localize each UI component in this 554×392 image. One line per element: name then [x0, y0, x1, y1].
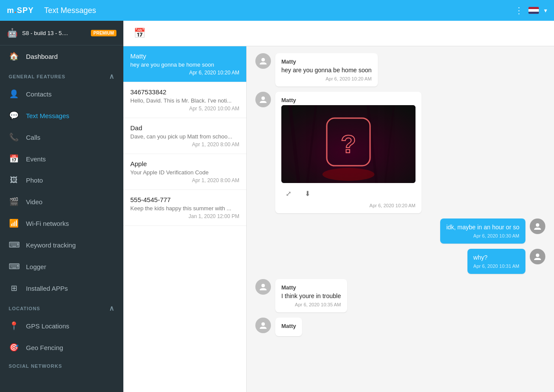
sidebar-item-label: Calls — [26, 134, 40, 141]
image-actions: ⤢ ⬇ — [281, 186, 416, 200]
sidebar-item-keyword-tracking[interactable]: ⌨ Keyword tracking — [0, 234, 123, 256]
list-item[interactable]: 3467533842 Hello, David. This is Mr. Bla… — [123, 82, 246, 118]
message-bubble: Matty hey are you gonna be home soon Apr… — [275, 53, 378, 87]
calendar-icon: 📅 — [9, 154, 19, 164]
social-networks-header: SOCIAL NETWORKS — [0, 358, 123, 371]
svg-point-13 — [261, 284, 265, 287]
sidebar-item-events[interactable]: 📅 Events — [0, 148, 123, 170]
bubble-sender: Matty — [281, 323, 296, 329]
sidebar-item-label: Installed APPs — [26, 285, 68, 292]
logo: m.SPY — [7, 6, 34, 15]
bubble-text: idk, maybe in an hour or so — [446, 224, 519, 231]
contact-name: 3467533842 — [130, 88, 239, 96]
sidebar-item-label: Text Messages — [26, 112, 69, 119]
message-bubble-outgoing: idk, maybe in an hour or so Apr 6, 2020 … — [440, 218, 525, 244]
message-preview: Dave, can you pick up Matt from schoo... — [130, 133, 239, 140]
device-name: S8 - build 13 - 5.... — [22, 30, 87, 36]
home-icon: 🏠 — [9, 51, 19, 61]
svg-point-14 — [261, 322, 265, 326]
locations-header: LOCATIONS ∧ — [0, 299, 123, 315]
sidebar-item-logger[interactable]: ⌨ Logger — [0, 256, 123, 277]
chat-message-row: Matty — [255, 318, 545, 336]
svg-text:?: ? — [341, 130, 356, 158]
contact-name: 555-4545-777 — [130, 196, 239, 203]
message-time: Jan 1, 2020 12:00 PM — [130, 213, 239, 219]
sidebar-item-calls[interactable]: 📞 Calls — [0, 126, 123, 148]
message-list: Matty hey are you gonna be home soon Apr… — [123, 46, 247, 392]
bubble-sender: Matty — [281, 58, 372, 65]
chat-message-row: Matty — [255, 92, 545, 213]
contacts-icon: 👤 — [9, 89, 19, 99]
message-image: ? ? — [281, 105, 416, 183]
list-item[interactable]: Apple Your Apple ID Verification Code Ap… — [123, 154, 246, 190]
chat-message-row-outgoing: why? Apr 6, 2020 10:31 AM — [255, 249, 545, 274]
language-flag[interactable] — [528, 7, 539, 14]
device-info[interactable]: 🤖 S8 - build 13 - 5.... PREMIUM — [0, 21, 123, 45]
sidebar-item-label: Video — [26, 198, 42, 206]
bubble-text: I think youre in trouble — [281, 292, 341, 299]
bubble-sender: Matty — [281, 97, 416, 103]
sidebar-item-gps[interactable]: 📍 GPS Locations — [0, 315, 123, 337]
page-title: Text Messages — [44, 6, 96, 15]
list-item[interactable]: 555-4545-777 Keep the kids happy this su… — [123, 190, 246, 226]
sidebar-item-text-messages[interactable]: 💬 Text Messages — [0, 105, 123, 126]
filter-calendar-icon[interactable]: 📅 — [134, 28, 145, 39]
sidebar-item-label: Photo — [26, 177, 43, 184]
avatar — [530, 218, 545, 234]
message-preview: Keep the kids happy this summer with ... — [130, 205, 239, 212]
avatar — [255, 92, 271, 107]
sidebar-item-label: Events — [26, 155, 46, 163]
bubble-time: Apr 6, 2020 10:35 AM — [281, 302, 341, 307]
topbar-right: ⋮ ▾ — [515, 5, 547, 16]
premium-badge: PREMIUM — [91, 30, 116, 36]
message-preview: Your Apple ID Verification Code — [130, 169, 239, 176]
avatar — [255, 53, 271, 69]
sidebar-item-label: Logger — [26, 263, 46, 270]
svg-point-11 — [536, 223, 539, 227]
main-container: 🤖 S8 - build 13 - 5.... PREMIUM 🏠 Dashbo… — [0, 21, 554, 392]
sidebar-item-dashboard[interactable]: 🏠 Dashboard — [0, 45, 123, 67]
list-item[interactable]: Matty hey are you gonna be home soon Apr… — [123, 46, 246, 82]
message-time: Apr 1, 2020 8:00 AM — [130, 141, 239, 148]
chat-message-row-outgoing: idk, maybe in an hour or so Apr 6, 2020 … — [255, 218, 545, 244]
download-icon[interactable]: ⬇ — [300, 186, 314, 200]
sidebar-item-label: Geo Fencing — [26, 344, 63, 351]
message-bubble-outgoing: why? Apr 6, 2020 10:31 AM — [467, 249, 525, 274]
list-item[interactable]: Dad Dave, can you pick up Matt from scho… — [123, 118, 246, 154]
sidebar-item-contacts[interactable]: 👤 Contacts — [0, 83, 123, 105]
sidebar-item-geo-fencing[interactable]: 🎯 Geo Fencing — [0, 337, 123, 358]
message-time: Apr 1, 2020 8:00 AM — [130, 177, 239, 183]
expand-icon[interactable]: ⤢ — [281, 186, 295, 200]
sidebar-item-installed-apps[interactable]: ⊞ Installed APPs — [0, 277, 123, 299]
message-time: Apr 6, 2020 10:20 AM — [130, 70, 239, 76]
keyboard-icon: ⌨ — [9, 240, 19, 250]
message-preview: hey are you gonna be home soon — [130, 61, 239, 68]
language-dropdown-icon[interactable]: ▾ — [544, 7, 547, 14]
content-area: 📅 Matty hey are you gonna be home soon A… — [123, 21, 554, 392]
avatar — [255, 279, 271, 295]
more-options-icon[interactable]: ⋮ — [515, 5, 523, 16]
wifi-icon: 📶 — [9, 218, 19, 228]
sidebar-item-video[interactable]: 🎬 Video — [0, 191, 123, 212]
sidebar-item-label: GPS Locations — [26, 322, 69, 330]
logger-icon: ⌨ — [9, 262, 19, 271]
sidebar-item-wifi[interactable]: 📶 Wi-Fi networks — [0, 212, 123, 234]
contact-name: Dad — [130, 124, 239, 132]
bubble-time: Apr 6, 2020 10:20 AM — [281, 76, 372, 81]
contact-name: Apple — [130, 160, 239, 167]
bubble-text: hey are you gonna be home soon — [281, 67, 372, 74]
chat-message-row: Matty hey are you gonna be home soon Apr… — [255, 53, 545, 87]
message-bubble: Matty I think youre in trouble Apr 6, 20… — [275, 279, 347, 312]
sidebar-item-label: Dashboard — [26, 53, 58, 60]
sidebar-item-photo[interactable]: 🖼 Photo — [0, 170, 123, 191]
phone-icon: 📞 — [9, 132, 19, 142]
chevron-up-icon: ∧ — [109, 72, 115, 80]
sidebar-item-label: Wi-Fi networks — [26, 220, 69, 227]
general-features-header: GENERAL FEATURES ∧ — [0, 67, 123, 83]
sidebar-item-label: Keyword tracking — [26, 241, 76, 249]
video-icon: 🎬 — [9, 197, 19, 206]
svg-point-1 — [261, 96, 265, 100]
message-bubble-partial: Matty — [275, 318, 302, 336]
sidebar-item-label: Contacts — [26, 90, 52, 98]
bubble-time: Apr 6, 2020 10:31 AM — [473, 263, 519, 269]
